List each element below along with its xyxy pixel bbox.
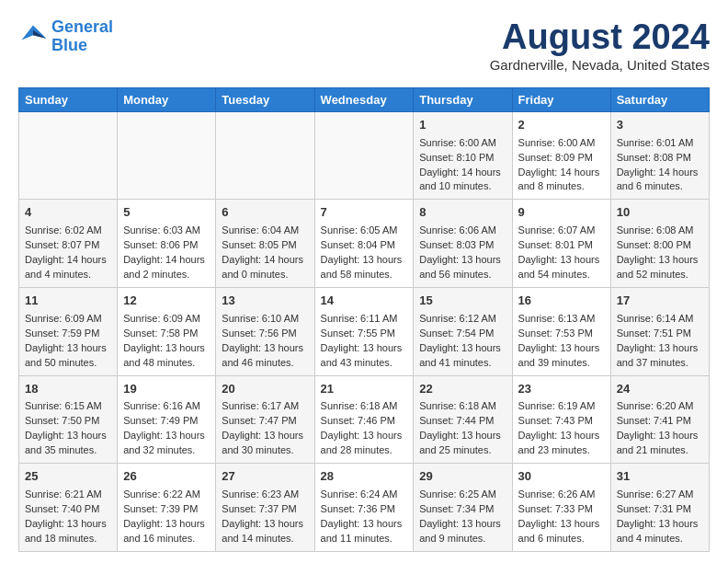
sunset-text: Sunset: 7:58 PM — [123, 327, 198, 339]
sunrise-text: Sunrise: 6:09 AM — [25, 313, 102, 324]
sunrise-text: Sunrise: 6:20 AM — [617, 400, 694, 411]
daylight-text: Daylight: 14 hours and 2 minutes. — [123, 254, 205, 280]
sunset-text: Sunset: 8:07 PM — [25, 239, 99, 250]
day-number: 11 — [25, 293, 111, 310]
sunrise-text: Sunrise: 6:08 AM — [617, 224, 694, 236]
daylight-text: Daylight: 13 hours and 37 minutes. — [617, 342, 699, 368]
sunrise-text: Sunrise: 6:22 AM — [123, 488, 200, 500]
day-number: 23 — [518, 381, 605, 398]
sunset-text: Sunset: 8:08 PM — [617, 152, 691, 163]
calendar-week-5: 25Sunrise: 6:21 AMSunset: 7:40 PMDayligh… — [19, 464, 710, 552]
daylight-text: Daylight: 13 hours and 25 minutes. — [419, 430, 501, 455]
day-number: 24 — [617, 381, 703, 398]
sunset-text: Sunset: 8:05 PM — [222, 239, 296, 250]
sunset-text: Sunset: 7:56 PM — [222, 327, 296, 339]
sunrise-text: Sunrise: 6:26 AM — [518, 488, 596, 500]
sunset-text: Sunset: 8:06 PM — [123, 239, 198, 250]
sunset-text: Sunset: 7:53 PM — [518, 327, 593, 339]
day-number: 27 — [222, 468, 308, 486]
day-number: 31 — [617, 468, 703, 486]
calendar-week-1: 1Sunrise: 6:00 AMSunset: 8:10 PMDaylight… — [19, 111, 710, 200]
daylight-text: Daylight: 13 hours and 23 minutes. — [518, 430, 600, 455]
sunset-text: Sunset: 7:51 PM — [617, 327, 691, 339]
day-number: 18 — [25, 381, 111, 398]
sunrise-text: Sunrise: 6:24 AM — [321, 488, 398, 500]
calendar-cell: 20Sunrise: 6:17 AMSunset: 7:47 PMDayligh… — [216, 375, 314, 464]
day-number: 16 — [518, 293, 605, 310]
location: Gardnerville, Nevada, United States — [490, 57, 710, 73]
sunset-text: Sunset: 8:10 PM — [419, 152, 494, 163]
daylight-text: Daylight: 14 hours and 0 minutes. — [222, 254, 303, 280]
sunset-text: Sunset: 8:00 PM — [617, 239, 691, 250]
calendar-cell: 22Sunrise: 6:18 AMSunset: 7:44 PMDayligh… — [414, 375, 512, 464]
day-number: 4 — [25, 204, 111, 222]
calendar-cell: 11Sunrise: 6:09 AMSunset: 7:59 PMDayligh… — [19, 287, 118, 375]
calendar-cell: 16Sunrise: 6:13 AMSunset: 7:53 PMDayligh… — [512, 287, 610, 375]
calendar-cell: 6Sunrise: 6:04 AMSunset: 8:05 PMDaylight… — [216, 200, 314, 288]
calendar-cell: 30Sunrise: 6:26 AMSunset: 7:33 PMDayligh… — [512, 464, 610, 552]
calendar-cell: 14Sunrise: 6:11 AMSunset: 7:55 PMDayligh… — [314, 287, 414, 375]
calendar-cell: 31Sunrise: 6:27 AMSunset: 7:31 PMDayligh… — [610, 464, 709, 552]
weekday-header-tuesday: Tuesday — [216, 87, 314, 111]
daylight-text: Daylight: 13 hours and 32 minutes. — [123, 430, 205, 455]
sunrise-text: Sunrise: 6:11 AM — [321, 313, 398, 324]
daylight-text: Daylight: 13 hours and 21 minutes. — [617, 430, 699, 455]
sunset-text: Sunset: 7:33 PM — [518, 503, 593, 514]
daylight-text: Daylight: 13 hours and 39 minutes. — [518, 342, 600, 368]
sunset-text: Sunset: 7:39 PM — [123, 503, 198, 514]
weekday-header-thursday: Thursday — [414, 87, 512, 111]
logo: GeneralBlue — [18, 18, 113, 55]
day-number: 25 — [25, 468, 111, 486]
sunset-text: Sunset: 7:54 PM — [419, 327, 494, 339]
daylight-text: Daylight: 13 hours and 56 minutes. — [419, 254, 501, 280]
sunset-text: Sunset: 8:09 PM — [518, 152, 593, 163]
calendar-cell: 13Sunrise: 6:10 AMSunset: 7:56 PMDayligh… — [216, 287, 314, 375]
weekday-header-wednesday: Wednesday — [314, 87, 414, 111]
calendar-cell: 4Sunrise: 6:02 AMSunset: 8:07 PMDaylight… — [19, 200, 118, 288]
calendar-cell: 24Sunrise: 6:20 AMSunset: 7:41 PMDayligh… — [610, 375, 709, 464]
calendar-cell: 2Sunrise: 6:00 AMSunset: 8:09 PMDaylight… — [512, 111, 610, 200]
sunset-text: Sunset: 7:41 PM — [617, 415, 691, 426]
daylight-text: Daylight: 13 hours and 41 minutes. — [419, 342, 501, 368]
sunrise-text: Sunrise: 6:09 AM — [123, 313, 200, 324]
daylight-text: Daylight: 13 hours and 54 minutes. — [518, 254, 600, 280]
day-number: 21 — [321, 381, 408, 398]
sunrise-text: Sunrise: 6:03 AM — [123, 224, 200, 236]
sunrise-text: Sunrise: 6:00 AM — [518, 137, 596, 148]
weekday-header-sunday: Sunday — [19, 87, 118, 111]
calendar-cell: 26Sunrise: 6:22 AMSunset: 7:39 PMDayligh… — [118, 464, 216, 552]
sunset-text: Sunset: 7:59 PM — [25, 327, 99, 339]
sunset-text: Sunset: 7:55 PM — [321, 327, 395, 339]
day-number: 14 — [321, 293, 408, 310]
calendar-cell: 17Sunrise: 6:14 AMSunset: 7:51 PMDayligh… — [610, 287, 709, 375]
day-number: 12 — [123, 293, 210, 310]
weekday-header-row: SundayMondayTuesdayWednesdayThursdayFrid… — [19, 87, 710, 111]
calendar-cell: 29Sunrise: 6:25 AMSunset: 7:34 PMDayligh… — [414, 464, 512, 552]
weekday-header-saturday: Saturday — [610, 87, 709, 111]
sunset-text: Sunset: 8:03 PM — [419, 239, 494, 250]
daylight-text: Daylight: 13 hours and 35 minutes. — [25, 430, 107, 455]
calendar-cell: 3Sunrise: 6:01 AMSunset: 8:08 PMDaylight… — [610, 111, 709, 200]
calendar-cell: 25Sunrise: 6:21 AMSunset: 7:40 PMDayligh… — [19, 464, 118, 552]
day-number: 1 — [419, 117, 506, 134]
sunset-text: Sunset: 7:37 PM — [222, 503, 296, 514]
sunrise-text: Sunrise: 6:14 AM — [617, 313, 694, 324]
daylight-text: Daylight: 13 hours and 52 minutes. — [617, 254, 699, 280]
sunset-text: Sunset: 8:01 PM — [518, 239, 593, 250]
calendar-cell: 23Sunrise: 6:19 AMSunset: 7:43 PMDayligh… — [512, 375, 610, 464]
sunset-text: Sunset: 7:44 PM — [419, 415, 494, 426]
sunrise-text: Sunrise: 6:16 AM — [123, 400, 200, 411]
daylight-text: Daylight: 13 hours and 43 minutes. — [321, 342, 403, 368]
page-header: GeneralBlue August 2024 Gardnerville, Ne… — [18, 18, 710, 73]
sunrise-text: Sunrise: 6:02 AM — [25, 224, 102, 236]
day-number: 28 — [321, 468, 408, 486]
day-number: 13 — [222, 293, 308, 310]
title-block: August 2024 Gardnerville, Nevada, United… — [490, 18, 710, 73]
sunrise-text: Sunrise: 6:10 AM — [222, 313, 299, 324]
calendar-cell — [314, 111, 414, 200]
daylight-text: Daylight: 13 hours and 11 minutes. — [321, 518, 403, 544]
calendar-cell: 21Sunrise: 6:18 AMSunset: 7:46 PMDayligh… — [314, 375, 414, 464]
calendar-cell: 27Sunrise: 6:23 AMSunset: 7:37 PMDayligh… — [216, 464, 314, 552]
sunrise-text: Sunrise: 6:25 AM — [419, 488, 496, 500]
calendar-cell — [118, 111, 216, 200]
